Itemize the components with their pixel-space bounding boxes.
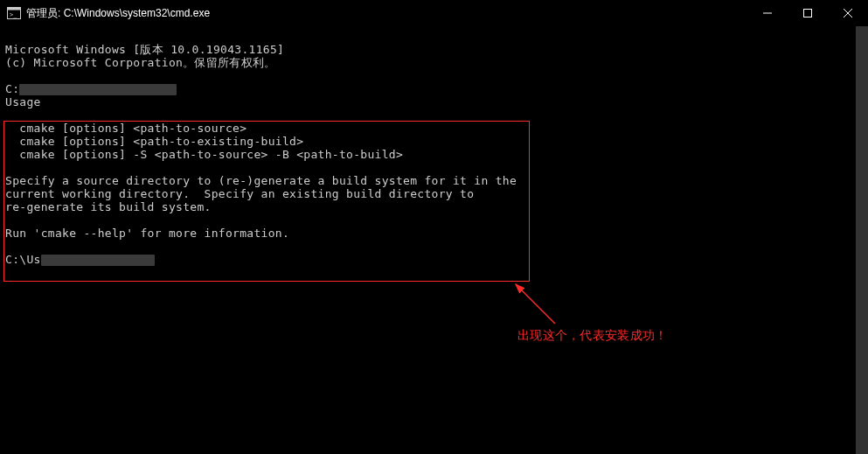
terminal-usage-line: cmake [options] <path-to-source> (5, 122, 247, 135)
window-controls (747, 0, 868, 26)
maximize-button[interactable] (788, 0, 828, 26)
terminal-area[interactable]: Microsoft Windows [版本 10.0.19043.1165] (… (0, 26, 868, 454)
terminal-desc-line: current working directory. Specify an ex… (5, 187, 474, 200)
terminal-line: Microsoft Windows [版本 10.0.19043.1165] (5, 43, 284, 56)
minimize-button[interactable] (747, 0, 788, 26)
svg-line-8 (516, 284, 555, 324)
svg-text:>_: >_ (10, 11, 17, 18)
svg-rect-4 (804, 10, 812, 17)
annotation-text: 出现这个，代表安装成功！ (517, 329, 668, 342)
window-title: 管理员: C:\Windows\system32\cmd.exe (26, 6, 747, 21)
scrollbar-thumb[interactable] (856, 26, 868, 454)
terminal-desc-line: Specify a source directory to (re-)gener… (5, 174, 517, 187)
cmd-icon: >_ (7, 7, 21, 19)
terminal-prompt-redacted: C:\Us (5, 253, 155, 266)
terminal-prompt-redacted: C: (5, 82, 177, 95)
terminal-runhelp-line: Run 'cmake --help' for more information. (5, 227, 289, 240)
terminal-usage-header: Usage (5, 95, 41, 108)
terminal-usage-line: cmake [options] <path-to-existing-build> (5, 135, 303, 148)
terminal-usage-line: cmake [options] -S <path-to-source> -B <… (5, 148, 403, 161)
window-titlebar: >_ 管理员: C:\Windows\system32\cmd.exe (0, 0, 868, 26)
annotation-arrow-icon (511, 280, 564, 328)
terminal-line: (c) Microsoft Corporation。保留所有权利。 (5, 56, 276, 69)
close-button[interactable] (828, 0, 868, 26)
terminal-desc-line: re-generate its build system. (5, 200, 212, 213)
svg-rect-1 (8, 8, 21, 10)
vertical-scrollbar[interactable] (856, 26, 868, 454)
